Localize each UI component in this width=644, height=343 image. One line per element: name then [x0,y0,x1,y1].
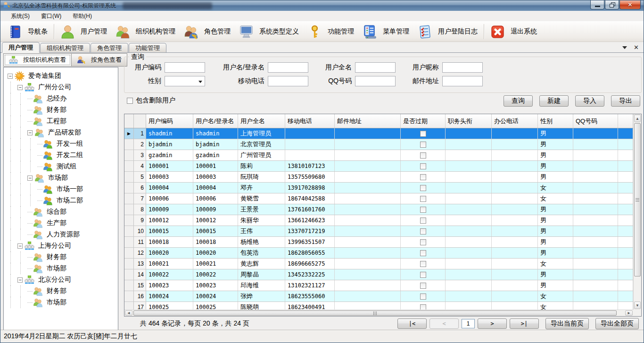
tab-role-management[interactable]: 角色管理 [91,43,128,52]
row-selector-cell[interactable] [124,259,134,269]
toolbar-exit-system-button[interactable]: 退出系统 [486,23,541,41]
full-name-input[interactable] [355,62,396,73]
column-header[interactable]: 办公电话 [492,114,538,128]
email-input[interactable] [442,76,483,86]
tree-node[interactable]: 生产部 [4,218,118,229]
tab-user-management[interactable]: 用户管理 [2,42,40,53]
row-selector-cell[interactable] [124,161,134,171]
table-row[interactable]: 12100020100020包英浩18628056055男 [124,248,633,259]
export-button[interactable]: 导出 [611,95,640,107]
expired-checkbox[interactable] [420,250,426,256]
tab-org-management[interactable]: 组织机构管理 [40,43,90,52]
tree-node[interactable]: 开发一组 [4,138,118,150]
row-selector-cell[interactable] [124,215,134,226]
include-deleted-option[interactable]: 包含删除用户 [127,96,175,105]
row-selector-cell[interactable] [124,204,134,215]
table-row[interactable]: 5100003100003阮琪琦13575509680男 [124,172,633,183]
row-selector-cell[interactable] [124,150,134,160]
menu-window[interactable]: 窗口(W) [35,11,67,22]
table-row[interactable]: 8100009100009王景景13761601760男 [124,204,633,215]
export-all-pages-button[interactable]: 导出全部页 [595,318,639,329]
row-selector-cell[interactable] [124,280,134,291]
column-header[interactable]: 用户编码 [146,114,193,128]
scroll-up-button[interactable]: ▲ [634,115,641,122]
tree-expander[interactable]: − [27,130,33,135]
tree-node[interactable]: 市场一部 [4,184,118,195]
tree-node[interactable]: 综合部 [4,206,118,218]
tree-node[interactable]: 财务部 [4,285,118,297]
table-row[interactable]: 7100006100006黄晓雪18674042588女 [124,193,633,204]
gender-select[interactable] [165,76,205,86]
row-selector-cell[interactable] [124,248,134,258]
table-row[interactable]: 9100012100012朱丽华13661246623男 [124,215,633,226]
tree-node[interactable]: −上海分公司 [4,240,118,251]
row-selector-cell[interactable] [124,302,134,310]
column-header[interactable]: 移动电话 [285,114,335,128]
tree-node[interactable]: 财务部 [4,104,118,116]
next-page-button[interactable]: > [478,318,507,329]
column-header[interactable]: 是否过期 [401,114,446,128]
expired-checkbox[interactable] [420,218,426,224]
toolbar-role-management-button[interactable]: 角色管理 [180,23,235,41]
table-row[interactable]: 14100022100022周黎晶13452332225男 [124,269,633,280]
mobile-input[interactable] [268,76,308,86]
table-row[interactable]: 10100015100015王伟13370717219男 [124,226,633,237]
expired-checkbox[interactable] [420,228,426,234]
expired-checkbox[interactable] [420,185,426,191]
page-number-input[interactable] [462,319,475,328]
menu-help[interactable]: 帮助(H) [67,11,98,22]
expired-checkbox[interactable] [420,131,426,137]
tree-node[interactable]: − 市场部 [4,172,118,184]
tree-node[interactable]: 总经办 [4,93,118,104]
table-row[interactable]: 16100024100024张烨18623555060女 [124,291,633,302]
toolbar-org-management-button[interactable]: 组织机构管理 [111,23,180,41]
tab-list-dropdown-icon[interactable] [622,46,627,49]
horizontal-scrollbar[interactable]: ◄ ► [124,310,633,316]
row-selector-cell[interactable] [124,269,134,280]
tree-expander[interactable]: − [17,277,23,283]
row-selector-cell[interactable] [124,183,134,193]
column-header[interactable]: 性别 [538,114,573,128]
expired-checkbox[interactable] [420,174,426,180]
import-button[interactable]: 导入 [575,95,604,107]
expired-checkbox[interactable] [420,293,426,300]
prev-page-button[interactable]: < [429,318,459,329]
expired-checkbox[interactable] [420,163,426,169]
tree-node[interactable]: −广州分公司 [4,82,118,93]
tree-node[interactable]: − 产品研发部 [4,127,118,138]
tab-function-management[interactable]: 功能管理 [129,43,166,52]
tree-node[interactable]: −北京分公司 [4,274,118,285]
column-header[interactable]: 邮件地址 [335,114,401,128]
row-selector-cell[interactable] [124,172,134,182]
menu-system[interactable]: 系统(S) [5,11,35,22]
tree-node[interactable]: 测试组 [4,161,118,172]
tree-expander[interactable]: − [17,243,23,249]
row-selector-cell[interactable] [124,139,134,150]
tree-expander[interactable]: − [27,176,33,181]
toolbar-system-type-definition-button[interactable]: 系统类型定义 [235,23,303,41]
tree-expander[interactable]: − [17,85,23,90]
view-tab-view-by-org[interactable]: 按组织机构查看 [3,53,72,67]
row-selector-cell[interactable] [124,193,134,204]
expired-checkbox[interactable] [420,207,426,213]
vertical-scrollbar-thumb[interactable] [634,123,641,276]
scroll-right-button[interactable]: ► [625,310,633,316]
view-tab-view-by-role[interactable]: 按角色查看 [72,53,127,67]
table-row[interactable]: 3gzadmingzadmin广州管理员男 [124,150,633,161]
column-header[interactable]: 用户全名 [238,114,285,128]
table-row[interactable]: 17100025100025陈晓萌18623400491女 [124,302,633,310]
expired-checkbox[interactable] [420,304,426,310]
login-name-input[interactable] [268,62,308,73]
table-row[interactable]: 2bjadminbjadmin北京管理员男 [124,139,633,150]
column-header[interactable]: 用户名/登录名 [193,114,238,128]
expired-checkbox[interactable] [420,283,426,289]
table-row[interactable]: ▶1shadminshadmin上海管理员男 [124,128,633,139]
row-selector-cell[interactable]: ▶ [124,128,134,139]
column-header[interactable] [618,114,633,128]
toolbar-navbar-button[interactable]: 导航条 [3,23,52,41]
close-button[interactable]: ✕ [619,0,641,9]
user-code-input[interactable] [165,62,205,73]
expired-checkbox[interactable] [420,272,426,278]
row-selector-cell[interactable] [124,237,134,247]
expired-checkbox[interactable] [420,142,426,148]
